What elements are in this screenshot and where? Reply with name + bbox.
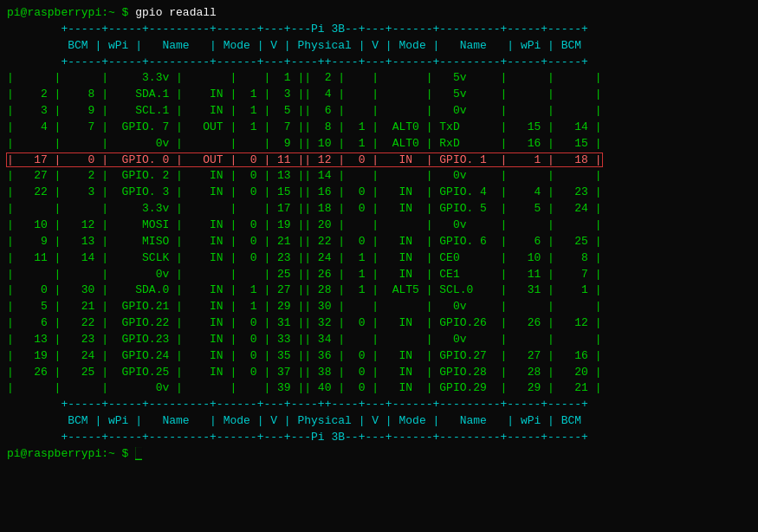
cursor: █ xyxy=(135,447,142,460)
gpio-table: +-----+-----+---------+------+---+---Pi … xyxy=(7,22,751,446)
command-text: gpio readall xyxy=(135,6,217,19)
terminal-window: pi@raspberrypi:~ $ gpio readall +-----+-… xyxy=(7,5,751,463)
command-line: pi@raspberrypi:~ $ gpio readall xyxy=(7,5,751,22)
footer-prompt-line: pi@raspberrypi:~ $ █ xyxy=(7,446,751,463)
footer-prompt: pi@raspberrypi:~ $ xyxy=(7,447,135,460)
prompt-text: pi@raspberrypi:~ $ xyxy=(7,6,135,19)
